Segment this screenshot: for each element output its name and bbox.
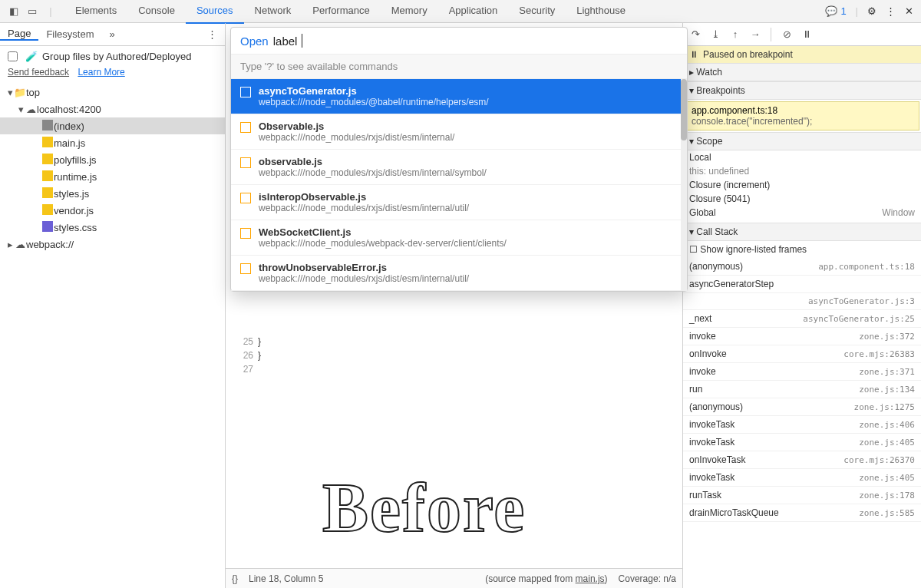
tree-item[interactable]: (index)	[0, 117, 225, 134]
file-icon	[240, 263, 251, 274]
cursor-position: Line 18, Column 5	[249, 573, 323, 584]
stack-frame[interactable]: (anonymous)app.component.ts:18	[683, 258, 921, 276]
stack-frame[interactable]: onInvokeTaskcore.mjs:26370	[683, 451, 921, 469]
step-over-icon[interactable]: ⤓	[709, 28, 721, 40]
resume-icon[interactable]: ↷	[689, 28, 701, 40]
stack-frame[interactable]: invokeTaskzone.js:406	[683, 416, 921, 434]
quick-open-hint: Type '?' to see available commands	[231, 55, 687, 79]
callstack-header[interactable]: ▾ Call Stack	[683, 223, 921, 241]
pause-banner: ⏸ Paused on breakpoint	[683, 46, 921, 63]
ignore-listed-option[interactable]: ☐ Show ignore-listed frames	[683, 241, 921, 258]
devtools-tabs: ElementsConsoleSourcesNetworkPerformance…	[64, 0, 817, 24]
line-gutter: 252627	[226, 335, 258, 376]
tree-item[interactable]: runtime.js	[0, 168, 225, 185]
sourcemap-info: (source mapped from main.js)	[485, 573, 607, 584]
divider: |	[45, 5, 57, 17]
call-stack-list: (anonymous)app.component.ts:18asyncGener…	[683, 258, 921, 522]
pause-exceptions-icon[interactable]: ⏸	[801, 28, 813, 40]
stack-frame[interactable]: invokezone.js:372	[683, 328, 921, 345]
stack-frame[interactable]: (anonymous)zone.js:1275	[683, 398, 921, 416]
stack-frame[interactable]: asyncToGenerator.js:3	[683, 293, 921, 310]
scrollbar[interactable]	[681, 79, 687, 291]
file-icon	[240, 193, 251, 203]
code-content: }}	[258, 335, 261, 362]
send-feedback-link[interactable]: Send feedback	[8, 67, 69, 78]
quick-open-item[interactable]: throwUnobservableError.jswebpack:///node…	[231, 256, 687, 291]
stack-frame[interactable]: runTaskzone.js:178	[683, 487, 921, 504]
file-icon	[240, 87, 251, 97]
stack-frame[interactable]: invokeTaskzone.js:405	[683, 469, 921, 487]
tree-item[interactable]: polyfills.js	[0, 151, 225, 168]
sidebar-more-icon[interactable]: ⋮	[200, 28, 225, 40]
step-into-icon[interactable]: ↑	[729, 28, 741, 40]
tree-item[interactable]: main.js	[0, 134, 225, 151]
tree-item[interactable]: styles.js	[0, 185, 225, 202]
tab-security[interactable]: Security	[508, 0, 566, 24]
quick-open-item[interactable]: asyncToGenerator.jswebpack:///node_modul…	[231, 79, 687, 114]
tree-item[interactable]: vendor.js	[0, 202, 225, 219]
issues-badge[interactable]: 💬 1	[825, 5, 846, 17]
stack-frame[interactable]: asyncGeneratorStep	[683, 276, 921, 293]
quick-open-item[interactable]: Observable.jswebpack:///node_modules/rxj…	[231, 114, 687, 150]
scope-line[interactable]: Closure (increment)	[683, 178, 921, 192]
file-icon	[240, 157, 251, 168]
tab-console[interactable]: Console	[127, 0, 186, 24]
scope-line[interactable]: GlobalWindow	[683, 206, 921, 223]
scope-content: Localthis: undefinedClosure (increment)C…	[683, 150, 921, 223]
page-tab[interactable]: Page	[0, 28, 38, 41]
breakpoints-header[interactable]: ▾ Breakpoints	[683, 81, 921, 100]
divider: |	[856, 5, 858, 17]
more-tabs-icon[interactable]: »	[102, 28, 123, 40]
tree-item[interactable]: styles.css	[0, 219, 225, 236]
filesystem-tab[interactable]: Filesystem	[38, 28, 101, 40]
tab-lighthouse[interactable]: Lighthouse	[566, 0, 636, 24]
debugger-panel: ↷ ⤓ ↑ → ⊘ ⏸ ⏸ Paused on breakpoint ▸ Wat…	[683, 23, 921, 588]
inspect-icon[interactable]: ◧	[8, 5, 20, 17]
quick-open-item[interactable]: observable.jswebpack:///node_modules/rxj…	[231, 150, 687, 185]
tab-memory[interactable]: Memory	[381, 0, 438, 24]
scope-line[interactable]: Local	[683, 150, 921, 164]
watch-header[interactable]: ▸ Watch	[683, 63, 921, 81]
learn-more-link[interactable]: Learn More	[78, 67, 124, 78]
quick-open-results: asyncToGenerator.jswebpack:///node_modul…	[231, 79, 687, 291]
quick-open-item[interactable]: isInteropObservable.jswebpack:///node_mo…	[231, 185, 687, 220]
group-files-checkbox[interactable]	[8, 51, 18, 61]
pretty-print-icon[interactable]: {}	[232, 573, 238, 584]
deactivate-bp-icon[interactable]: ⊘	[781, 28, 793, 40]
stack-frame[interactable]: onInvokecore.mjs:26383	[683, 345, 921, 363]
coverage-info: Coverage: n/a	[619, 573, 676, 584]
sources-sidebar: Page Filesystem » ⋮ 🧪 Group files by Aut…	[0, 23, 226, 588]
tab-elements[interactable]: Elements	[64, 0, 127, 24]
stack-frame[interactable]: runzone.js:134	[683, 381, 921, 398]
stack-frame[interactable]: invokezone.js:371	[683, 363, 921, 381]
more-icon[interactable]: ⋮	[886, 5, 896, 17]
tree-item[interactable]: ▸☁webpack://	[0, 236, 225, 253]
tab-performance[interactable]: Performance	[302, 0, 380, 24]
step-out-icon[interactable]: →	[749, 28, 761, 40]
tree-item[interactable]: ▾☁localhost:4200	[0, 101, 225, 117]
pause-icon: ⏸	[689, 49, 698, 60]
devtools-top-bar: ◧ ▭ | ElementsConsoleSourcesNetworkPerfo…	[0, 0, 921, 23]
file-icon	[240, 228, 251, 239]
file-tree: ▾📁top▾☁localhost:4200(index)main.jspolyf…	[0, 81, 225, 256]
editor-status-bar: {} Line 18, Column 5 (source mapped from…	[226, 568, 682, 588]
quick-open-input[interactable]: Open label	[231, 28, 687, 55]
quick-open-dialog: Open label Type '?' to see available com…	[230, 27, 688, 292]
tab-network[interactable]: Network	[244, 0, 302, 24]
file-icon	[240, 122, 251, 133]
stack-frame[interactable]: invokeTaskzone.js:405	[683, 434, 921, 451]
scope-line[interactable]: this: undefined	[683, 164, 921, 178]
stack-frame[interactable]: _nextasyncToGenerator.js:25	[683, 310, 921, 328]
tab-application[interactable]: Application	[438, 0, 509, 24]
quick-open-item[interactable]: WebSocketClient.jswebpack:///node_module…	[231, 220, 687, 256]
group-label: Group files by Authored/Deployed	[42, 51, 191, 62]
tree-item[interactable]: ▾📁top	[0, 84, 225, 101]
close-icon[interactable]: ✕	[905, 5, 913, 17]
settings-icon[interactable]: ⚙	[867, 5, 876, 17]
stack-frame[interactable]: drainMicroTaskQueuezone.js:585	[683, 504, 921, 522]
tab-sources[interactable]: Sources	[186, 0, 244, 24]
device-toolbar-icon[interactable]: ▭	[26, 5, 38, 17]
scope-line[interactable]: Closure (5041)	[683, 192, 921, 206]
breakpoint-entry[interactable]: app.component.ts:18 console.trace("incre…	[685, 101, 919, 130]
scope-header[interactable]: ▾ Scope	[683, 132, 921, 150]
